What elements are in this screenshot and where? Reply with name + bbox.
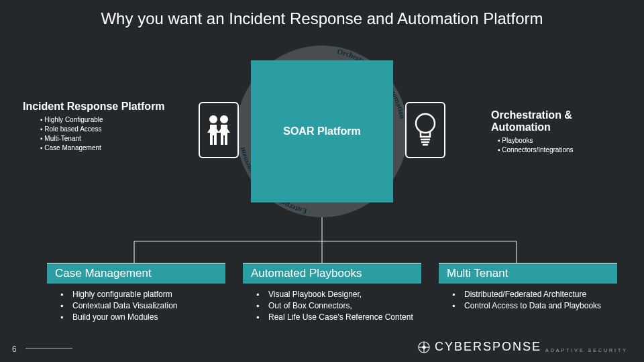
oa-item: Connectors/Integrations [498,145,625,155]
card-item: Real Life Use Case's Reference Content [256,312,416,323]
logo-icon [417,341,431,354]
irp-item: Multi-Tenant [40,134,165,143]
people-icon-box [199,102,239,158]
card-item: Out of Box Connectors, [256,300,416,312]
cards-row: Case Management Highly configurable plat… [47,263,617,323]
logo-subtext: ADAPTIVE SECURITY [545,348,628,353]
oa-item: Playbooks [498,136,625,145]
center-label: SOAR Platform [283,125,361,137]
card-title: Automated Playbooks [243,263,421,284]
card-item: Contextual Data Visualization [60,300,220,312]
orchestration-section: Orchestration & Automation Playbooks Con… [491,109,625,155]
card-item: Distributed/Federated Architecture [452,289,612,300]
incident-response-section: Incident Response Platform Highly Config… [23,101,165,153]
logo-text: CYBERSPONSE [435,340,541,354]
center-diagram: Orchestration and Automation Enterprise … [236,46,408,217]
card-item: Highly configurable platform [60,289,220,300]
irp-item: Highly Configurable [40,115,165,125]
svg-point-17 [423,346,425,349]
card-item: Control Access to Data and Playbooks [452,300,612,312]
people-icon [205,113,233,147]
lightbulb-icon-box [405,102,445,158]
card-title: Multi Tenant [439,263,617,284]
irp-item: Role based Access [40,125,165,134]
irp-item: Case Management [40,143,165,153]
card-item: Visual Playbook Designer, [256,289,416,300]
card-case-management: Case Management Highly configurable plat… [47,263,225,323]
card-title: Case Management [47,263,225,284]
oa-heading: Orchestration & Automation [491,109,625,133]
brand-logo: CYBERSPONSE ADAPTIVE SECURITY [417,340,628,354]
svg-point-3 [209,115,217,123]
card-automated-playbooks: Automated Playbooks Visual Playbook Desi… [243,263,421,323]
irp-heading: Incident Response Platform [23,101,165,113]
card-multi-tenant: Multi Tenant Distributed/Federated Archi… [439,263,617,323]
cycle-wheel: SOAR Platform [251,60,393,202]
slide-title: Why you want an Incident Response and Au… [0,0,644,28]
card-item: Build your own Modules [60,312,220,323]
page-number-divider [25,348,72,349]
svg-point-5 [416,114,435,133]
page-number: 6 [12,345,17,354]
lightbulb-icon [412,111,439,149]
svg-point-4 [220,115,228,123]
